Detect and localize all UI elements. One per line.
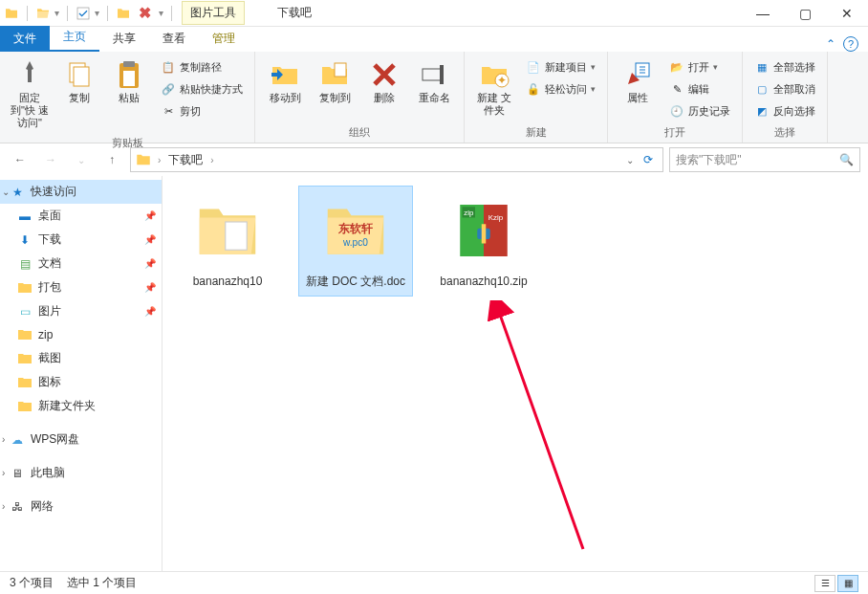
svg-rect-1 [28, 69, 32, 82]
copy-button[interactable]: 复制 [55, 55, 103, 108]
paste-shortcut-button[interactable]: 🔗粘贴快捷方式 [157, 79, 247, 99]
history-button[interactable]: 🕘历史记录 [665, 101, 734, 121]
address-row: ← → ⌄ ↑ › 下载吧 › ⌄ ⟳ 搜索"下载吧" 🔍 [0, 143, 868, 176]
view-large-icons-button[interactable]: ▦ [837, 575, 858, 592]
group-select-label: 选择 [749, 123, 821, 143]
search-input[interactable]: 搜索"下载吧" 🔍 [669, 147, 860, 172]
search-icon[interactable]: 🔍 [839, 153, 854, 166]
address-bar[interactable]: › 下载吧 › ⌄ ⟳ [130, 147, 663, 172]
move-to-button[interactable]: 移动到 [261, 55, 309, 108]
group-new-label: 新建 [470, 123, 601, 143]
copy-path-button[interactable]: 📋复制路径 [157, 57, 247, 77]
invert-selection-button[interactable]: ◩反向选择 [750, 101, 819, 121]
sidebar: ⌄ ★ 快速访问 ▬桌面📌 ⬇下载📌 ▤文档📌 打包📌 ▭图片📌 zip 截图 … [0, 176, 163, 571]
close-button[interactable]: ✕ [826, 0, 868, 27]
status-item-count: 3 个项目 [10, 575, 54, 591]
sidebar-item-downloads[interactable]: ⬇下载📌 [0, 228, 162, 252]
breadcrumb-segment[interactable]: 下载吧 [166, 152, 205, 168]
tab-file[interactable]: 文件 [0, 26, 50, 52]
zip-archive-icon: zip Kzip [449, 196, 518, 265]
open-button[interactable]: 📂打开▾ [665, 57, 734, 77]
file-name: bananazhq10.zip [440, 275, 527, 290]
checkbox-icon[interactable] [76, 6, 91, 21]
svg-text:东软轩: 东软轩 [337, 222, 373, 235]
nav-up-button[interactable]: ↑ [99, 147, 124, 172]
ribbon-collapse-icon[interactable]: ⌃ [826, 37, 835, 51]
file-item-folder[interactable]: bananazhq10 [170, 186, 285, 297]
tab-manage[interactable]: 管理 [199, 26, 249, 52]
tab-share[interactable]: 共享 [99, 26, 149, 52]
svg-rect-7 [335, 63, 346, 77]
folder-icon [4, 6, 19, 21]
tab-home[interactable]: 主页 [50, 24, 99, 52]
sidebar-item-screenshot[interactable]: 截图 [0, 346, 162, 370]
window-title: 下载吧 [277, 5, 312, 21]
sidebar-item-zip[interactable]: zip [0, 323, 162, 346]
nav-back-button[interactable]: ← [8, 147, 33, 172]
svg-text:Kzip: Kzip [488, 213, 504, 222]
status-selected-count: 选中 1 个项目 [67, 575, 137, 591]
chevron-right-icon[interactable]: › [156, 155, 163, 165]
svg-text:✦: ✦ [497, 74, 507, 87]
paste-button[interactable]: 粘贴 [105, 55, 153, 108]
minimize-button[interactable]: — [742, 0, 784, 27]
delete-button[interactable]: 删除 [360, 55, 408, 108]
svg-rect-6 [123, 71, 135, 86]
svg-rect-9 [440, 65, 444, 84]
nav-recent-button[interactable]: ⌄ [69, 147, 94, 172]
select-none-button[interactable]: ▢全部取消 [750, 79, 819, 99]
file-item-folder-selected[interactable]: 东软轩 w.pc0 新建 DOC 文档.doc [298, 186, 413, 297]
ribbon-tabs: 文件 主页 共享 查看 管理 ⌃ ? [0, 27, 868, 52]
file-item-zip[interactable]: zip Kzip bananazhq10.zip [426, 186, 541, 297]
rename-button[interactable]: 重命名 [410, 55, 458, 108]
context-tab-picture-tools[interactable]: 图片工具 [182, 1, 245, 25]
sidebar-wps[interactable]: ›☁WPS网盘 [0, 428, 162, 451]
delete-x-icon[interactable]: ✖ [135, 4, 155, 22]
folder-doc-icon: 东软轩 w.pc0 [321, 196, 390, 265]
easy-access-button[interactable]: 🔓轻松访问▾ [522, 79, 599, 99]
file-content-area[interactable]: bananazhq10 东软轩 w.pc0 新建 DOC 文档.doc zip [163, 176, 868, 571]
sidebar-item-pack[interactable]: 打包📌 [0, 275, 162, 299]
chevron-right-icon[interactable]: › [208, 155, 215, 165]
address-dropdown-icon[interactable]: ⌄ [626, 155, 634, 165]
svg-rect-22 [482, 224, 487, 243]
select-all-button[interactable]: ▦全部选择 [750, 57, 819, 77]
sidebar-item-documents[interactable]: ▤文档📌 [0, 252, 162, 275]
sidebar-item-icons[interactable]: 图标 [0, 370, 162, 394]
sidebar-item-newfolder[interactable]: 新建文件夹 [0, 394, 162, 418]
sidebar-network[interactable]: ›🖧网络 [0, 495, 162, 518]
folder-icon [135, 151, 152, 168]
svg-line-23 [499, 312, 583, 549]
svg-rect-13 [226, 222, 248, 250]
new-item-button[interactable]: 📄新建项目▾ [522, 57, 599, 77]
svg-text:w.pc0: w.pc0 [342, 237, 368, 248]
folder-small-icon[interactable] [116, 6, 131, 21]
group-open-label: 打开 [614, 123, 736, 143]
sidebar-quick-access[interactable]: ⌄ ★ 快速访问 [0, 180, 162, 204]
svg-rect-5 [123, 61, 135, 67]
annotation-arrow-icon [488, 300, 602, 559]
nav-forward-button[interactable]: → [38, 147, 63, 172]
help-icon[interactable]: ? [843, 36, 858, 52]
sidebar-thispc[interactable]: ›🖥此电脑 [0, 461, 162, 485]
cut-button[interactable]: ✂剪切 [157, 101, 247, 121]
sidebar-item-desktop[interactable]: ▬桌面📌 [0, 204, 162, 228]
svg-text:zip: zip [464, 209, 474, 217]
new-folder-button[interactable]: ✦ 新建 文件夹 [470, 55, 518, 121]
view-details-button[interactable]: ☰ [814, 575, 835, 592]
pin-to-quick-access-button[interactable]: 固定到"快 速访问" [6, 55, 54, 134]
svg-rect-8 [423, 69, 442, 80]
edit-button[interactable]: ✎编辑 [665, 79, 734, 99]
maximize-button[interactable]: ▢ [784, 0, 826, 27]
sidebar-item-pictures[interactable]: ▭图片📌 [0, 299, 162, 323]
svg-rect-0 [77, 8, 89, 19]
tab-view[interactable]: 查看 [149, 26, 199, 52]
folder-icon [193, 196, 262, 265]
file-name: bananazhq10 [193, 275, 263, 290]
file-name: 新建 DOC 文档.doc [306, 275, 405, 290]
ribbon: 固定到"快 速访问" 复制 粘贴 📋复制路径 🔗粘贴快捷方式 ✂剪切 剪贴板 移… [0, 52, 868, 143]
copy-to-button[interactable]: 复制到 [311, 55, 358, 108]
properties-button[interactable]: 属性 [614, 55, 662, 108]
refresh-icon[interactable]: ⟳ [638, 153, 659, 166]
folder-open-icon[interactable] [35, 6, 51, 21]
